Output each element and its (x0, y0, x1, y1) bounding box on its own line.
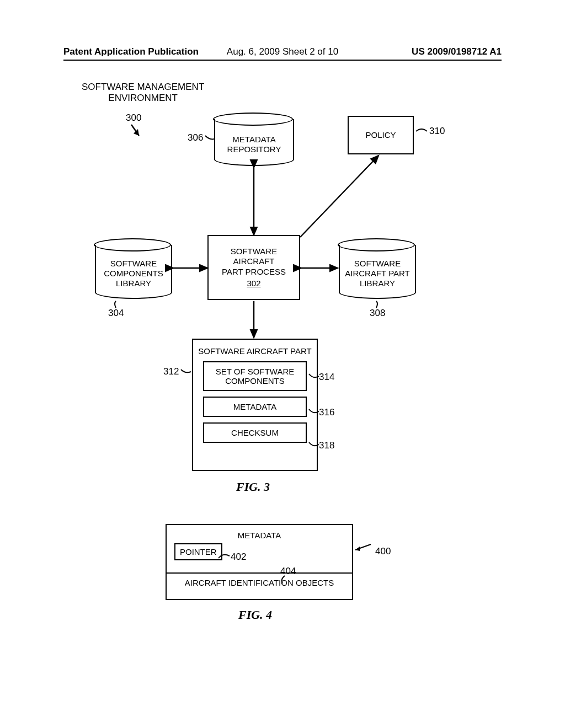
sw-aircraft-process-text: SOFTWARE AIRCRAFT PART PROCESS (222, 247, 286, 277)
software-aircraft-part-container: SOFTWARE AIRCRAFT PART SET OF SOFTWARE C… (192, 339, 318, 471)
ref-402: 402 (231, 552, 246, 563)
sap-set-components-text: SET OF SOFTWARE COMPONENTS (216, 367, 295, 386)
ref-400: 400 (375, 546, 391, 557)
fig4-aio-bar: AIRCRAFT IDENTIFICATION OBJECTS (167, 572, 352, 592)
ref-312-connector (180, 368, 193, 375)
page-header: Patent Application Publication Aug. 6, 2… (0, 46, 565, 57)
policy-text: POLICY (365, 130, 396, 141)
sap-metadata-text: METADATA (233, 402, 276, 411)
sap-checksum-box: CHECKSUM (203, 422, 307, 443)
svg-line-3 (300, 156, 379, 237)
sw-aircraft-library-text: SOFTWARE AIRCRAFT PART LIBRARY (345, 259, 410, 288)
environment-ref-300: 300 (126, 113, 141, 124)
sw-aircraft-process-box: SOFTWARE AIRCRAFT PART PROCESS 302 (207, 235, 300, 300)
ref-314: 314 (319, 372, 334, 383)
svg-marker-1 (134, 129, 139, 136)
environment-label: SOFTWARE MANAGEMENT ENVIRONMENT (82, 82, 204, 104)
environment-label-line2: ENVIRONMENT (82, 93, 204, 104)
sap-metadata-box: METADATA (203, 397, 307, 417)
ref-316: 316 (319, 407, 334, 418)
header-publication: Patent Application Publication (63, 46, 199, 57)
ref-404: 404 (280, 566, 296, 577)
ref-310: 310 (429, 126, 445, 137)
figure-4-caption: FIG. 4 (238, 608, 272, 622)
figure-3-caption: FIG. 3 (236, 480, 270, 494)
header-sheet-info: Aug. 6, 2009 Sheet 2 of 10 (227, 46, 338, 57)
fig4-aio-text: AIRCRAFT IDENTIFICATION OBJECTS (185, 578, 334, 587)
svg-marker-7 (355, 547, 360, 551)
environment-label-line1: SOFTWARE MANAGEMENT (82, 82, 204, 93)
ref-304: 304 (108, 308, 124, 319)
sw-aircraft-library-cylinder: SOFTWARE AIRCRAFT PART LIBRARY (339, 245, 416, 299)
svg-line-0 (131, 125, 139, 136)
policy-box: POLICY (348, 116, 414, 154)
metadata-repository-text: METADATA REPOSITORY (227, 135, 281, 154)
environment-indicator-arrow (128, 124, 138, 133)
ref-400-connector (354, 543, 376, 554)
fig4-title: METADATA (167, 525, 352, 543)
ref-318: 318 (319, 440, 334, 451)
fig4-pointer-text: POINTER (180, 547, 217, 556)
sap-title: SOFTWARE AIRCRAFT PART (193, 340, 317, 359)
sw-aircraft-process-ref: 302 (247, 279, 260, 289)
header-patent-number: US 2009/0198712 A1 (412, 46, 502, 57)
fig4-pointer-box: POINTER (174, 543, 222, 560)
sw-components-library-cylinder: SOFTWARE COMPONENTS LIBRARY (95, 245, 172, 299)
ref-308: 308 (370, 308, 385, 319)
ref-310-connector (415, 128, 429, 136)
sw-components-library-text: SOFTWARE COMPONENTS LIBRARY (104, 259, 163, 288)
ref-312: 312 (163, 366, 179, 377)
ref-306: 306 (188, 132, 203, 143)
metadata-repository-cylinder: METADATA REPOSITORY (214, 119, 294, 166)
header-divider (63, 60, 502, 61)
sap-checksum-text: CHECKSUM (231, 428, 279, 437)
sap-set-components-box: SET OF SOFTWARE COMPONENTS (203, 361, 307, 391)
figure-4-metadata-box: METADATA POINTER AIRCRAFT IDENTIFICATION… (166, 524, 353, 600)
